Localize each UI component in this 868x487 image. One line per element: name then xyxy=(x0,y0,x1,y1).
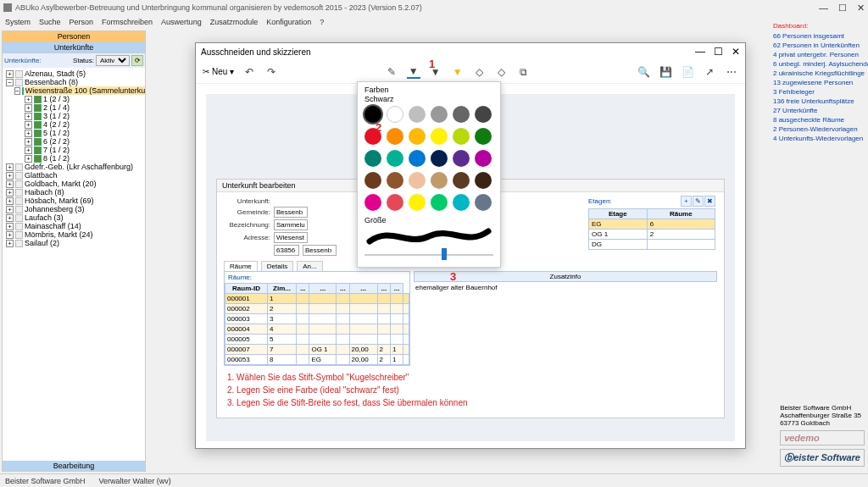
snip-max-icon[interactable]: ☐ xyxy=(714,46,723,58)
color-swatch[interactable] xyxy=(475,194,492,211)
zoom-icon[interactable]: 🔍 xyxy=(637,65,650,79)
dashboard-item[interactable]: 62 Personen in Unterkünften xyxy=(773,41,865,50)
undo-icon[interactable]: ↶ xyxy=(242,65,256,79)
tree-item[interactable]: +7 (1 / 2) xyxy=(4,146,143,154)
tab-personen[interactable]: Personen xyxy=(3,31,145,42)
color-swatch[interactable] xyxy=(364,106,381,123)
menu-person[interactable]: Person xyxy=(70,18,94,26)
color-swatch[interactable] xyxy=(409,194,426,211)
color-swatch[interactable] xyxy=(431,106,448,123)
color-swatch[interactable] xyxy=(387,172,403,189)
color-swatch[interactable] xyxy=(453,150,470,167)
tree-item[interactable]: +1 (2 / 3) xyxy=(4,95,143,103)
tree-item[interactable]: +Goldbach, Markt (20) xyxy=(4,180,143,188)
snip-min-icon[interactable]: — xyxy=(695,46,705,58)
tree-item[interactable]: +Alzenau, Stadt (5) xyxy=(4,69,143,78)
dashboard-item[interactable]: 13 zugewiesene Personen xyxy=(773,78,865,87)
menu-form[interactable]: Formschreiben xyxy=(102,18,153,26)
color-swatch[interactable] xyxy=(475,150,492,167)
room-row[interactable]: 0000033 xyxy=(225,314,409,324)
input-bez[interactable] xyxy=(274,219,308,230)
room-row[interactable]: 0000022 xyxy=(225,304,409,314)
menu-konfig[interactable]: Konfiguration xyxy=(266,18,311,26)
minimize-icon[interactable]: — xyxy=(819,3,828,14)
tree-item[interactable]: +Johannesberg (3) xyxy=(4,205,143,213)
tree-item[interactable]: +8 (1 / 2) xyxy=(4,154,143,163)
ruler-icon[interactable]: ◇ xyxy=(495,65,509,79)
dashboard-item[interactable]: 4 privat untergebr. Personen xyxy=(773,50,865,59)
etage-row[interactable]: EG6 xyxy=(589,219,715,230)
eraser-icon[interactable]: ◇ xyxy=(473,65,487,79)
color-swatch[interactable] xyxy=(453,172,470,189)
color-swatch[interactable] xyxy=(431,172,448,189)
close-icon[interactable]: ✕ xyxy=(857,3,865,14)
color-swatch[interactable] xyxy=(387,194,403,211)
menu-suche[interactable]: Suche xyxy=(39,18,61,26)
status-select[interactable]: Aktiv xyxy=(96,55,130,66)
redo-icon[interactable]: ↷ xyxy=(264,65,278,79)
tree-item[interactable]: +Haibach (8) xyxy=(4,188,143,196)
pen1-icon[interactable]: ▼ xyxy=(407,65,420,79)
etage-row[interactable]: OG 12 xyxy=(589,230,715,240)
color-swatch[interactable] xyxy=(409,106,426,123)
tree-item[interactable]: +2 (1 / 4) xyxy=(4,103,143,112)
room-row[interactable]: 0000077OG 120,0021 xyxy=(225,345,409,355)
color-swatch[interactable] xyxy=(431,194,448,211)
tree-item[interactable]: +5 (1 / 2) xyxy=(4,129,143,137)
room-row[interactable]: 0000011 xyxy=(225,294,409,304)
etage-row[interactable]: DG xyxy=(589,240,715,250)
color-swatch[interactable] xyxy=(409,128,426,145)
tab-raeume[interactable]: Räume xyxy=(224,261,258,271)
color-swatch[interactable] xyxy=(387,106,403,123)
tree-item[interactable]: +Mainaschaff (14) xyxy=(4,222,143,230)
dashboard-item[interactable]: 136 freie Unterkunftsplätze xyxy=(773,97,865,106)
color-swatch[interactable] xyxy=(431,150,448,167)
etage-add-icon[interactable]: + xyxy=(681,196,692,207)
tree-item[interactable]: +Laufach (3) xyxy=(4,213,143,222)
share-icon[interactable]: ↗ xyxy=(703,65,716,79)
menu-help[interactable]: ? xyxy=(320,18,324,26)
dashboard-item[interactable]: 6 unbegl. minderj. Asylsuchende xyxy=(773,59,865,69)
menu-zusatz[interactable]: Zusatzmodule xyxy=(210,18,259,26)
copy-icon[interactable]: 📄 xyxy=(681,65,694,79)
tree-item[interactable]: +6 (2 / 2) xyxy=(4,137,143,146)
color-swatch[interactable] xyxy=(453,128,470,145)
tree-item[interactable]: +4 (2 / 2) xyxy=(4,120,143,129)
filter-refresh-button[interactable]: ⟳ xyxy=(131,55,143,66)
maximize-icon[interactable]: ☐ xyxy=(838,3,847,14)
tree-item[interactable]: +Gdefr.-Geb. (Lkr Aschaffenburg) xyxy=(4,163,143,171)
color-swatch[interactable] xyxy=(475,128,492,145)
more-icon[interactable]: ⋯ xyxy=(725,65,738,79)
tab-an[interactable]: An... xyxy=(297,261,322,271)
color-swatch[interactable] xyxy=(364,150,381,167)
dashboard-item[interactable]: 2 Personen-Wiedervorlagen xyxy=(773,125,865,134)
color-swatch[interactable] xyxy=(387,150,403,167)
tab-details[interactable]: Details xyxy=(261,261,293,271)
dashboard-item[interactable]: 66 Personen insgesamt xyxy=(773,31,865,41)
dashboard-item[interactable]: 2 ukrainische Kriegsflüchtlinge xyxy=(773,69,865,78)
crop-icon[interactable]: ⧉ xyxy=(517,65,531,79)
color-swatch[interactable] xyxy=(431,128,448,145)
input-ort[interactable] xyxy=(303,245,337,256)
input-adr[interactable] xyxy=(274,232,308,243)
color-swatch[interactable] xyxy=(409,172,426,189)
tree-item[interactable]: +Hösbach, Markt (69) xyxy=(4,196,143,205)
footer-bearbeitung[interactable]: Bearbeitung xyxy=(3,461,145,471)
tree-item[interactable]: +3 (1 / 2) xyxy=(4,112,143,120)
room-row[interactable]: 0000055 xyxy=(225,335,409,345)
color-swatch[interactable] xyxy=(475,106,492,123)
color-swatch[interactable] xyxy=(453,194,470,211)
new-button[interactable]: ✂ Neu ▾ xyxy=(203,67,234,76)
room-row[interactable]: 0000538EG20,0021 xyxy=(225,355,409,365)
touch-icon[interactable]: ✎ xyxy=(385,65,398,79)
menu-auswertung[interactable]: Auswertung xyxy=(161,18,202,26)
color-swatch[interactable] xyxy=(364,172,381,189)
input-gemeinde[interactable] xyxy=(274,207,308,218)
etage-edit-icon[interactable]: ✎ xyxy=(693,196,704,207)
tree-item[interactable]: −Bessenbach (8) xyxy=(4,78,143,86)
tab-unterkuenfte[interactable]: Unterkünfte xyxy=(3,42,145,53)
size-slider[interactable] xyxy=(364,248,493,260)
tree-item[interactable]: +Sailauf (2) xyxy=(4,239,143,247)
save-icon[interactable]: 💾 xyxy=(659,65,672,79)
unterkunft-tree[interactable]: +Alzenau, Stadt (5)−Bessenbach (8)−Wiese… xyxy=(3,68,145,461)
